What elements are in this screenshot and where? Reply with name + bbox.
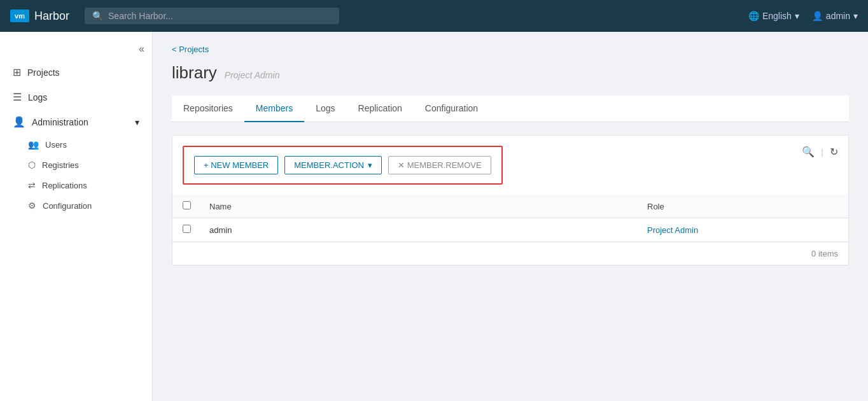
- sidebar-item-users-label: Users: [45, 140, 67, 150]
- sidebar-collapse[interactable]: «: [0, 38, 152, 60]
- tab-replication[interactable]: Replication: [347, 95, 414, 122]
- sidebar: « ⊞ Projects ☰ Logs 👤 Administration ▾ 👥…: [0, 32, 153, 401]
- row-checkbox[interactable]: [183, 225, 191, 233]
- sidebar-item-configuration[interactable]: ⚙ Configuration: [0, 195, 152, 216]
- logs-icon: ☰: [13, 91, 22, 103]
- user-icon: 👤: [812, 11, 823, 21]
- sidebar-item-logs-label: Logs: [28, 92, 47, 102]
- layout: « ⊞ Projects ☰ Logs 👤 Administration ▾ 👥…: [0, 32, 868, 401]
- registries-icon: ⬡: [28, 160, 36, 170]
- divider: |: [821, 147, 823, 157]
- users-icon: 👥: [28, 139, 39, 150]
- admin-icon: 👤: [13, 116, 25, 128]
- toolbar: + NEW MEMBER MEMBER.ACTION ▾ ✕ MEMBER.RE…: [183, 146, 503, 185]
- refresh-icon[interactable]: ↻: [830, 146, 838, 158]
- page-subtitle: Project Admin: [225, 70, 280, 80]
- table-header: Name Role: [172, 195, 848, 218]
- top-nav: vm Harbor 🔍 🌐 English ▾ 👤 admin ▾: [0, 0, 868, 32]
- chevron-down-icon: ▾: [368, 160, 372, 170]
- content-card: + NEW MEMBER MEMBER.ACTION ▾ ✕ MEMBER.RE…: [172, 135, 849, 265]
- language-selector[interactable]: 🌐 English ▾: [748, 11, 799, 21]
- sidebar-item-administration[interactable]: 👤 Administration ▾: [0, 109, 152, 134]
- toolbar-area: + NEW MEMBER MEMBER.ACTION ▾ ✕ MEMBER.RE…: [172, 136, 848, 195]
- topnav-right: 🌐 English ▾ 👤 admin ▾: [748, 11, 858, 21]
- globe-icon: 🌐: [748, 11, 759, 21]
- select-all-checkbox[interactable]: [183, 201, 191, 209]
- sidebar-item-replications-label: Replications: [42, 181, 87, 190]
- user-menu[interactable]: 👤 admin ▾: [812, 11, 858, 21]
- admin-left: 👤 Administration: [13, 116, 88, 128]
- search-icon[interactable]: 🔍: [802, 146, 815, 158]
- sidebar-item-logs[interactable]: ☰ Logs: [0, 85, 152, 109]
- breadcrumb[interactable]: < Projects: [172, 45, 849, 54]
- header-check[interactable]: [183, 201, 202, 211]
- config-icon: ⚙: [28, 200, 36, 211]
- sidebar-item-registries[interactable]: ⬡ Registries: [0, 155, 152, 175]
- replications-icon: ⇄: [28, 180, 36, 190]
- toolbar-right: 🔍 | ↻: [802, 136, 848, 158]
- username-label: admin: [826, 11, 850, 21]
- sidebar-item-projects-label: Projects: [27, 67, 60, 78]
- sidebar-item-projects[interactable]: ⊞ Projects: [0, 60, 152, 85]
- sidebar-item-users[interactable]: 👥 Users: [0, 134, 152, 155]
- table-row: admin Project Admin: [172, 218, 848, 242]
- sidebar-item-administration-label: Administration: [32, 117, 88, 127]
- sidebar-item-replications[interactable]: ⇄ Replications: [0, 175, 152, 195]
- tab-members[interactable]: Members: [244, 95, 304, 122]
- main-content: < Projects library Project Admin Reposit…: [153, 32, 868, 401]
- new-member-button[interactable]: + NEW MEMBER: [194, 156, 278, 174]
- table-footer: 0 items: [172, 242, 848, 265]
- search-icon: 🔍: [92, 11, 103, 21]
- col-name-header: Name: [209, 202, 640, 211]
- brand: vm Harbor: [10, 10, 69, 23]
- page-title-row: library Project Admin: [172, 63, 849, 83]
- member-remove-button[interactable]: ✕ MEMBER.REMOVE: [388, 156, 491, 174]
- tab-logs[interactable]: Logs: [304, 95, 346, 122]
- item-count: 0 items: [811, 249, 838, 258]
- page-title: library: [172, 63, 217, 83]
- brand-name: Harbor: [34, 10, 69, 23]
- language-label: English: [762, 11, 792, 21]
- tab-repositories[interactable]: Repositories: [172, 95, 244, 122]
- col-role-header: Role: [647, 202, 838, 211]
- member-action-label: MEMBER.ACTION: [294, 160, 364, 170]
- vm-logo: vm: [10, 10, 29, 22]
- sidebar-item-configuration-label: Configuration: [43, 201, 92, 211]
- tab-bar: Repositories Members Logs Replication Co…: [172, 95, 849, 122]
- chevron-down-icon: ▾: [135, 117, 139, 127]
- member-role: Project Admin: [647, 225, 838, 235]
- search-input[interactable]: [108, 11, 332, 21]
- sidebar-item-registries-label: Registries: [42, 160, 79, 170]
- member-name: admin: [209, 225, 640, 235]
- data-table: Name Role admin Project Admin 0 items: [172, 195, 848, 265]
- row-check[interactable]: [183, 225, 202, 235]
- member-action-button[interactable]: MEMBER.ACTION ▾: [284, 156, 382, 174]
- projects-icon: ⊞: [13, 66, 21, 78]
- chevron-down-icon: ▾: [853, 11, 858, 21]
- search-bar[interactable]: 🔍: [85, 8, 339, 24]
- chevron-down-icon: ▾: [795, 11, 799, 21]
- tab-configuration[interactable]: Configuration: [414, 95, 489, 122]
- collapse-button[interactable]: «: [139, 43, 144, 55]
